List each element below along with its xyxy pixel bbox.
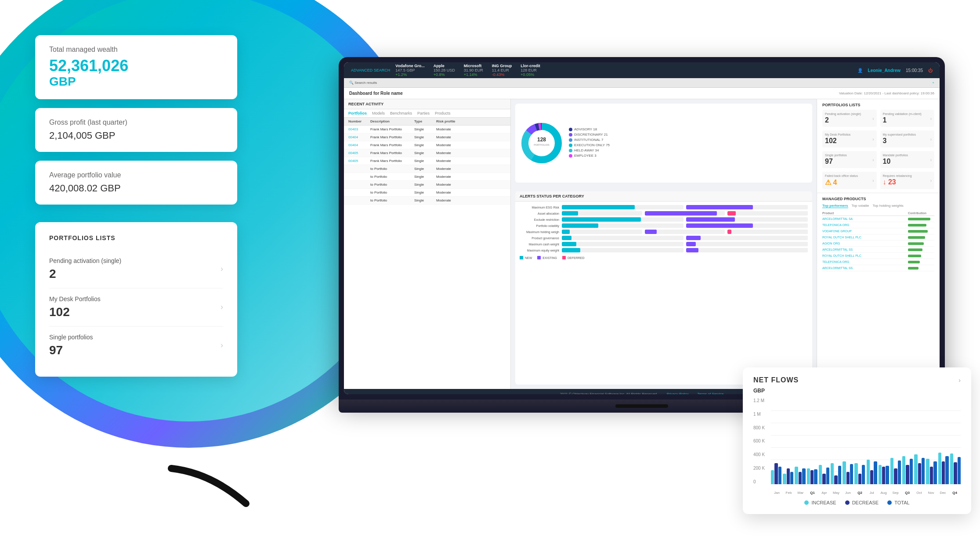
table-row[interactable]: to PortfolioSingleModerate <box>344 189 510 197</box>
footer-privacy-link[interactable]: Privacy Policy <box>667 392 689 395</box>
svg-text:128: 128 <box>537 137 546 143</box>
stat-supervised[interactable]: My supervised portfolios 3› <box>880 130 935 147</box>
alert-row-governance: Product governance <box>520 236 808 240</box>
tab-products[interactable]: Products <box>435 111 451 115</box>
mp-row[interactable]: ARCELORMITTAL SA <box>822 216 934 222</box>
topbar-right: 👤 Leonie_Andrew 15:00:35 ⏻ <box>857 68 933 73</box>
mp-tab-holdings[interactable]: Top holding weights <box>873 204 904 208</box>
gross-profit-label: Gross profit (last quarter) <box>49 119 223 126</box>
x-label-feb: Feb <box>783 491 795 495</box>
total-wealth-value: 52,361,026 <box>49 57 223 75</box>
power-icon[interactable]: ⏻ <box>928 68 933 73</box>
user-icon: 👤 <box>857 68 863 73</box>
bar-q3 <box>902 456 913 484</box>
mp-row[interactable]: ROYAL DUTCH SHELL PLC <box>822 234 934 241</box>
stat-single[interactable]: Single portfolios 97› <box>822 151 877 168</box>
bar-dec <box>938 453 949 484</box>
mp-row[interactable]: ARCELORMITTAL SS <box>822 265 934 271</box>
stat-requires-rebalancing[interactable]: Requires rebalancing ↓ 23› <box>880 172 935 189</box>
net-flows-expand-icon[interactable]: › <box>958 377 961 384</box>
failed-back-label: Failed back office status <box>825 174 874 177</box>
legend-decrease: DECREASE <box>845 500 879 505</box>
svg-text:PORTFOLIOS: PORTFOLIOS <box>534 144 550 146</box>
ticker-bar: Vodafone Gro... 147.5 GBP +1.2% Apple 15… <box>395 64 852 77</box>
x-label-oct: Oct <box>913 491 925 495</box>
tab-benchmarks[interactable]: Benchmarks <box>390 111 412 115</box>
tab-parties[interactable]: Parties <box>417 111 430 115</box>
legend-discretionary: DISCRETIONARY 21 <box>574 133 608 137</box>
bar-apr <box>819 465 829 484</box>
portfolios-lists-title: PORTFOLIOS LISTS <box>49 234 223 241</box>
advanced-search-label[interactable]: ADVANCED SEARCH <box>351 68 390 72</box>
col-description: Description <box>370 119 414 123</box>
x-label-q3: Q3 <box>901 491 913 495</box>
bar-sep <box>890 458 901 484</box>
gross-profit-value: 2,104,005 GBP <box>49 130 223 141</box>
portfolio-lists-section: PORTFOLIOS LISTS Pending activation (sin… <box>817 99 940 193</box>
alert-row-asset: Asset allocation <box>520 211 808 216</box>
recent-activity-row: ALERTS STATUS PER CATEGORY Maximum ESG R… <box>511 187 817 389</box>
mp-row[interactable]: AGION ORG <box>822 241 934 247</box>
avg-portfolio-card: Average portfolio value 420,008.02 GBP <box>35 161 237 205</box>
bar-feb <box>783 468 793 484</box>
supervised-label: My supervised portfolios <box>883 133 932 136</box>
x-label-apr: Apr <box>818 491 830 495</box>
portfolio-item-desk[interactable]: My Desk Portfolios 102 › <box>49 288 223 327</box>
table-header-row: Number Description Type Risk profile <box>344 118 510 126</box>
table-row[interactable]: 00403Frank Mars PortfolioSingleModerate <box>344 126 510 133</box>
mp-row[interactable]: TELEFONICA ORG <box>822 222 934 228</box>
table-row[interactable]: 00405Frank Mars PortfolioSingleModerate <box>344 149 510 157</box>
table-row[interactable]: 00404Frank Mars PortfolioSingleModerate <box>344 133 510 141</box>
single-arrow: › <box>221 341 223 350</box>
pending-value: 2 <box>49 267 121 281</box>
floating-stat-cards: Total managed wealth 52,361,026 GBP Gros… <box>35 35 237 377</box>
mp-row[interactable]: ARCELORMITTAL SS <box>822 247 934 253</box>
tab-portfolios[interactable]: Portfolios <box>348 111 367 115</box>
mp-row[interactable]: TELEFONICA ORG <box>822 259 934 265</box>
pending-arrow: › <box>221 264 223 273</box>
dashboard-left-panel: RECENT ACTIVITY Portfolios Models Benchm… <box>344 99 511 389</box>
portfolio-item-single[interactable]: Single portfolios 97 › <box>49 327 223 364</box>
portfolio-lists-section-title: PORTFOLIOS LISTS <box>822 103 934 107</box>
tab-models[interactable]: Models <box>372 111 385 115</box>
bar-jan <box>771 463 781 484</box>
search-input-mock[interactable]: 🔍 Search results <box>349 81 377 85</box>
recent-activity-header: RECENT ACTIVITY <box>344 99 510 109</box>
table-row[interactable]: to PortfolioSingleModerate <box>344 165 510 173</box>
my-desk-label: My Desk Portfolios <box>825 133 874 136</box>
add-tab-button[interactable]: + <box>932 81 934 85</box>
stat-mandate[interactable]: Mandate portfolios 10› <box>880 151 935 168</box>
portfolio-item-pending[interactable]: Pending activation (single) 2 › <box>49 250 223 288</box>
mp-tab-performers[interactable]: Top performers <box>822 204 848 208</box>
avg-portfolio-label: Average portfolio value <box>49 171 223 179</box>
portfolios-lists-card: PORTFOLIOS LISTS Pending activation (sin… <box>35 222 237 377</box>
x-label-jul: Jul <box>866 491 878 495</box>
single-label: Single portfolios <box>49 334 93 341</box>
dashboard-content: RECENT ACTIVITY Portfolios Models Benchm… <box>344 99 940 389</box>
legend-increase: INCREASE <box>804 500 836 505</box>
bar-q2 <box>854 463 865 484</box>
net-flows-title: NET FLOWS <box>753 376 799 384</box>
mp-row[interactable]: VODAFONE GROUP <box>822 228 934 234</box>
stat-my-desk[interactable]: My Desk Portfolios 102› <box>822 130 877 147</box>
table-row[interactable]: to PortfolioSingleModerate <box>344 173 510 181</box>
donut-chart-card: 128 PORTFOLIOS ADVISORY 18 DISCRETIONARY… <box>515 104 812 183</box>
table-row[interactable]: to PortfolioSingleModerate <box>344 181 510 189</box>
x-label-nov: Nov <box>925 491 937 495</box>
table-row[interactable]: 00405Frank Mars PortfolioSingleModerate <box>344 157 510 165</box>
table-row[interactable]: 00404Frank Mars PortfolioSingleModerate <box>344 141 510 149</box>
stat-failed-back[interactable]: Failed back office status ⚠ 4› <box>822 172 877 189</box>
nf-x-labels: Jan Feb Mar Q1 Apr May Jun Q2 Jul Aug Se… <box>771 491 961 495</box>
mp-tab-volatile[interactable]: Top volatile <box>852 204 869 208</box>
table-row[interactable]: to PortfolioSingleModerate <box>344 197 510 205</box>
mp-row[interactable]: ROYAL DUTCH SHELL PLC <box>822 253 934 259</box>
time-display: 15:00:35 <box>906 68 923 73</box>
alerts-chart-card: ALERTS STATUS PER CATEGORY Maximum ESG R… <box>515 191 812 385</box>
bar-nov <box>926 459 937 484</box>
bar-q1 <box>807 468 817 484</box>
x-label-q2: Q2 <box>854 491 866 495</box>
stat-pending-validation[interactable]: Pending validation (m-client) 1› <box>880 110 935 127</box>
col-number: Number <box>348 119 370 123</box>
stat-pending-single[interactable]: Pending activation (single) 2› <box>822 110 877 127</box>
footer-terms-link[interactable]: Terms of Service <box>698 392 724 395</box>
